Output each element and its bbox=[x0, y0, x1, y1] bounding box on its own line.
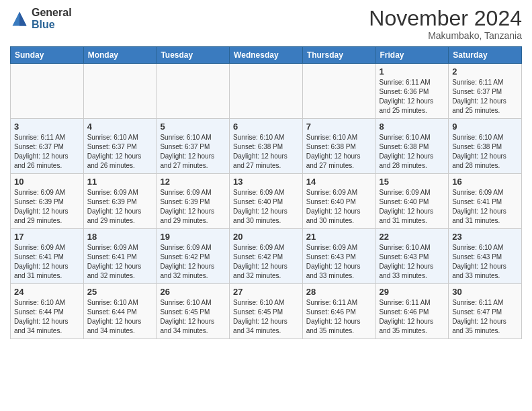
col-wednesday: Wednesday bbox=[230, 47, 303, 64]
calendar-week-2: 3Sunrise: 6:11 AMSunset: 6:37 PMDaylight… bbox=[11, 119, 522, 174]
calendar-cell-w5-d2: 25Sunrise: 6:10 AMSunset: 6:44 PMDayligh… bbox=[83, 284, 157, 339]
calendar-header-row: Sunday Monday Tuesday Wednesday Thursday… bbox=[11, 47, 522, 64]
day-info: Sunrise: 6:10 AMSunset: 6:37 PMDaylight:… bbox=[87, 133, 153, 171]
day-number: 16 bbox=[452, 177, 518, 187]
logo-text: General Blue bbox=[32, 7, 72, 30]
calendar-cell-w4-d5: 21Sunrise: 6:09 AMSunset: 6:43 PMDayligh… bbox=[302, 229, 375, 284]
day-number: 9 bbox=[452, 122, 518, 132]
day-number: 5 bbox=[160, 122, 226, 132]
day-info: Sunrise: 6:09 AMSunset: 6:42 PMDaylight:… bbox=[160, 243, 226, 281]
day-info: Sunrise: 6:10 AMSunset: 6:38 PMDaylight:… bbox=[452, 133, 518, 171]
header: General Blue November 2024 Makumbako, Ta… bbox=[10, 7, 522, 41]
calendar-week-5: 24Sunrise: 6:10 AMSunset: 6:44 PMDayligh… bbox=[11, 284, 522, 339]
day-number: 19 bbox=[160, 232, 226, 242]
day-number: 12 bbox=[160, 177, 226, 187]
calendar-cell-w3-d3: 12Sunrise: 6:09 AMSunset: 6:39 PMDayligh… bbox=[157, 174, 230, 229]
calendar-week-4: 17Sunrise: 6:09 AMSunset: 6:41 PMDayligh… bbox=[11, 229, 522, 284]
calendar-cell-w4-d1: 17Sunrise: 6:09 AMSunset: 6:41 PMDayligh… bbox=[11, 229, 84, 284]
calendar-cell-w4-d2: 18Sunrise: 6:09 AMSunset: 6:41 PMDayligh… bbox=[83, 229, 157, 284]
day-number: 25 bbox=[87, 287, 153, 297]
day-number: 4 bbox=[87, 122, 153, 132]
day-info: Sunrise: 6:10 AMSunset: 6:45 PMDaylight:… bbox=[160, 298, 226, 336]
day-number: 11 bbox=[87, 177, 153, 187]
day-number: 24 bbox=[14, 287, 80, 297]
day-number: 1 bbox=[380, 66, 445, 77]
day-info: Sunrise: 6:10 AMSunset: 6:43 PMDaylight:… bbox=[380, 243, 445, 281]
calendar-cell-w1-d2 bbox=[83, 64, 157, 119]
day-number: 22 bbox=[380, 232, 445, 242]
day-info: Sunrise: 6:09 AMSunset: 6:42 PMDaylight:… bbox=[233, 243, 299, 281]
calendar-cell-w3-d4: 13Sunrise: 6:09 AMSunset: 6:40 PMDayligh… bbox=[230, 174, 303, 229]
day-number: 29 bbox=[380, 287, 445, 297]
calendar-cell-w1-d1 bbox=[11, 64, 84, 119]
day-number: 21 bbox=[306, 232, 372, 242]
svg-marker-1 bbox=[19, 11, 27, 26]
calendar-cell-w1-d5 bbox=[302, 64, 375, 119]
calendar-cell-w1-d6: 1Sunrise: 6:11 AMSunset: 6:36 PMDaylight… bbox=[375, 64, 449, 119]
location-subtitle: Makumbako, Tanzania bbox=[369, 30, 522, 41]
calendar-cell-w3-d5: 14Sunrise: 6:09 AMSunset: 6:40 PMDayligh… bbox=[302, 174, 375, 229]
day-info: Sunrise: 6:09 AMSunset: 6:41 PMDaylight:… bbox=[87, 243, 153, 281]
col-sunday: Sunday bbox=[11, 47, 84, 64]
day-info: Sunrise: 6:10 AMSunset: 6:45 PMDaylight:… bbox=[233, 298, 299, 336]
calendar-cell-w2-d3: 5Sunrise: 6:10 AMSunset: 6:37 PMDaylight… bbox=[157, 119, 230, 174]
day-info: Sunrise: 6:10 AMSunset: 6:38 PMDaylight:… bbox=[233, 133, 299, 171]
calendar-cell-w3-d6: 15Sunrise: 6:09 AMSunset: 6:40 PMDayligh… bbox=[375, 174, 449, 229]
day-info: Sunrise: 6:09 AMSunset: 6:40 PMDaylight:… bbox=[306, 188, 372, 226]
calendar-cell-w1-d3 bbox=[157, 64, 230, 119]
day-number: 30 bbox=[452, 287, 518, 297]
calendar-cell-w3-d2: 11Sunrise: 6:09 AMSunset: 6:39 PMDayligh… bbox=[83, 174, 157, 229]
day-number: 10 bbox=[14, 177, 80, 187]
day-info: Sunrise: 6:09 AMSunset: 6:40 PMDaylight:… bbox=[233, 188, 299, 226]
day-info: Sunrise: 6:11 AMSunset: 6:47 PMDaylight:… bbox=[452, 298, 518, 336]
calendar-week-1: 1Sunrise: 6:11 AMSunset: 6:36 PMDaylight… bbox=[11, 64, 522, 119]
calendar-cell-w4-d3: 19Sunrise: 6:09 AMSunset: 6:42 PMDayligh… bbox=[157, 229, 230, 284]
day-number: 8 bbox=[380, 122, 445, 132]
day-info: Sunrise: 6:09 AMSunset: 6:39 PMDaylight:… bbox=[87, 188, 153, 226]
day-number: 20 bbox=[233, 232, 299, 242]
col-saturday: Saturday bbox=[449, 47, 522, 64]
day-info: Sunrise: 6:11 AMSunset: 6:46 PMDaylight:… bbox=[380, 298, 445, 336]
day-number: 23 bbox=[452, 232, 518, 242]
title-block: November 2024 Makumbako, Tanzania bbox=[369, 7, 522, 41]
calendar-cell-w5-d4: 27Sunrise: 6:10 AMSunset: 6:45 PMDayligh… bbox=[230, 284, 303, 339]
calendar-cell-w2-d5: 7Sunrise: 6:10 AMSunset: 6:38 PMDaylight… bbox=[302, 119, 375, 174]
day-number: 2 bbox=[452, 66, 518, 77]
logo-icon bbox=[10, 9, 29, 28]
calendar-cell-w2-d2: 4Sunrise: 6:10 AMSunset: 6:37 PMDaylight… bbox=[83, 119, 157, 174]
page: General Blue November 2024 Makumbako, Ta… bbox=[0, 0, 532, 411]
day-number: 17 bbox=[14, 232, 80, 242]
calendar-cell-w5-d1: 24Sunrise: 6:10 AMSunset: 6:44 PMDayligh… bbox=[11, 284, 84, 339]
calendar-week-3: 10Sunrise: 6:09 AMSunset: 6:39 PMDayligh… bbox=[11, 174, 522, 229]
day-number: 14 bbox=[306, 177, 372, 187]
day-number: 27 bbox=[233, 287, 299, 297]
day-number: 15 bbox=[380, 177, 445, 187]
calendar-cell-w5-d5: 28Sunrise: 6:11 AMSunset: 6:46 PMDayligh… bbox=[302, 284, 375, 339]
calendar-cell-w2-d6: 8Sunrise: 6:10 AMSunset: 6:38 PMDaylight… bbox=[375, 119, 449, 174]
day-number: 18 bbox=[87, 232, 153, 242]
logo-blue-text: Blue bbox=[32, 19, 72, 31]
calendar-cell-w2-d7: 9Sunrise: 6:10 AMSunset: 6:38 PMDaylight… bbox=[449, 119, 522, 174]
calendar-cell-w2-d1: 3Sunrise: 6:11 AMSunset: 6:37 PMDaylight… bbox=[11, 119, 84, 174]
calendar-cell-w5-d3: 26Sunrise: 6:10 AMSunset: 6:45 PMDayligh… bbox=[157, 284, 230, 339]
calendar-cell-w2-d4: 6Sunrise: 6:10 AMSunset: 6:38 PMDaylight… bbox=[230, 119, 303, 174]
calendar-cell-w1-d4 bbox=[230, 64, 303, 119]
day-number: 28 bbox=[306, 287, 372, 297]
month-title: November 2024 bbox=[369, 7, 522, 30]
day-info: Sunrise: 6:10 AMSunset: 6:38 PMDaylight:… bbox=[306, 133, 372, 171]
calendar-cell-w4-d4: 20Sunrise: 6:09 AMSunset: 6:42 PMDayligh… bbox=[230, 229, 303, 284]
day-info: Sunrise: 6:09 AMSunset: 6:41 PMDaylight:… bbox=[452, 188, 518, 226]
col-friday: Friday bbox=[375, 47, 449, 64]
day-info: Sunrise: 6:09 AMSunset: 6:40 PMDaylight:… bbox=[380, 188, 445, 226]
calendar-cell-w4-d6: 22Sunrise: 6:10 AMSunset: 6:43 PMDayligh… bbox=[375, 229, 449, 284]
logo: General Blue bbox=[10, 7, 72, 30]
day-info: Sunrise: 6:09 AMSunset: 6:41 PMDaylight:… bbox=[14, 243, 80, 281]
day-info: Sunrise: 6:10 AMSunset: 6:43 PMDaylight:… bbox=[452, 243, 518, 281]
calendar-cell-w3-d7: 16Sunrise: 6:09 AMSunset: 6:41 PMDayligh… bbox=[449, 174, 522, 229]
day-info: Sunrise: 6:09 AMSunset: 6:39 PMDaylight:… bbox=[160, 188, 226, 226]
day-number: 26 bbox=[160, 287, 226, 297]
day-info: Sunrise: 6:11 AMSunset: 6:36 PMDaylight:… bbox=[380, 78, 445, 116]
logo-general-text: General bbox=[32, 7, 72, 19]
calendar-cell-w1-d7: 2Sunrise: 6:11 AMSunset: 6:37 PMDaylight… bbox=[449, 64, 522, 119]
day-number: 13 bbox=[233, 177, 299, 187]
